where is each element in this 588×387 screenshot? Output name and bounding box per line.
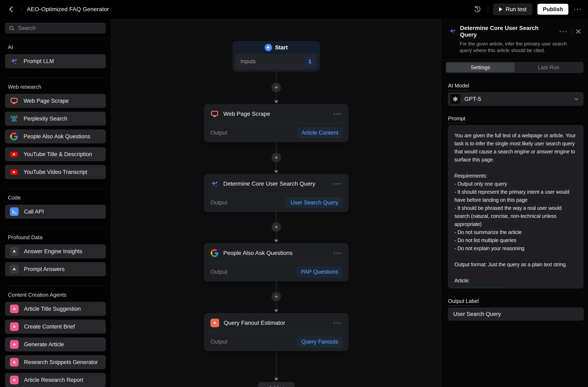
panel-divider [441, 60, 588, 60]
run-test-label: Run test [506, 6, 526, 13]
sidebar-item-youtube-transcript[interactable]: YouTube Video Transcript [5, 165, 106, 179]
sidebar-item-label: Article Research Report [24, 377, 83, 383]
node-menu-button[interactable]: ··· [334, 110, 342, 118]
node-query-fanout-estimator[interactable]: Query Fanout Estimator ··· Output Query … [204, 313, 348, 351]
sidebar-item-perplexity-search[interactable]: Perplexity Search [5, 112, 106, 126]
panel-tabs: Settings Last Run [445, 62, 584, 73]
tab-settings[interactable]: Settings [446, 63, 515, 72]
panel-title: Determine Core User Search Query [460, 25, 556, 38]
search-input[interactable] [5, 23, 106, 34]
node-menu-button[interactable]: ··· [334, 319, 342, 327]
history-icon [474, 6, 481, 13]
workflow-title: AEO-Optimized FAQ Generator [27, 6, 109, 13]
sidebar-divider [5, 78, 106, 78]
profound-orange-icon [210, 319, 219, 327]
profound-pink-icon [10, 322, 19, 331]
ai-model-label: AI Model [448, 82, 469, 89]
output-badge[interactable]: Query Fanouts [297, 336, 343, 347]
sidebar-divider [5, 286, 106, 286]
sparkles-icon [210, 180, 219, 188]
workflow-canvas[interactable]: Start Inputs 1 + Web Page Scrape · [111, 19, 441, 387]
sidebar-item-prompt-llm[interactable]: Prompt LLM [5, 54, 106, 68]
profound-pink-icon [10, 340, 19, 349]
prompt-textarea[interactable]: You are given the full text of a webpage… [448, 125, 584, 288]
edge-query-to-paa: + [272, 211, 281, 243]
inputs-label: Inputs [240, 58, 305, 65]
sidebar-item-research-snippets-generator[interactable]: Research Snippets Generator [5, 355, 106, 369]
profound-pink-icon [10, 376, 19, 384]
edge-scrape-to-query: + [272, 142, 281, 173]
plus-icon: + [263, 385, 266, 387]
sparkles-icon [10, 57, 18, 65]
sidebar-divider [5, 188, 106, 189]
profound-pink-icon [10, 358, 19, 367]
search-icon [9, 25, 15, 31]
sidebar-item-web-page-scrape[interactable]: Web Page Scrape [5, 94, 106, 108]
prompt-label: Prompt [448, 115, 465, 122]
publish-label: Publish [543, 6, 563, 13]
start-node[interactable]: Start Inputs 1 [233, 41, 320, 71]
add-node-button[interactable]: + [272, 83, 281, 92]
add-node-button[interactable]: + [272, 222, 281, 232]
output-label: Output [210, 339, 297, 345]
panel-more-button[interactable]: ··· [559, 28, 568, 35]
history-button[interactable] [472, 4, 483, 15]
sidebar-item-people-also-ask[interactable]: People Also Ask Questions [5, 129, 106, 143]
sidebar-item-answer-engine-insights[interactable]: Answer Engine Insights [5, 244, 106, 258]
sidebar-item-generate-article[interactable]: Generate Article [5, 337, 106, 351]
start-inputs-row[interactable]: Inputs 1 [235, 54, 318, 69]
run-test-button[interactable]: Run test [493, 3, 532, 15]
section-label-profound-data: Profound Data [8, 234, 106, 241]
node-menu-button[interactable]: ··· [334, 249, 342, 257]
add-node-button[interactable]: + [272, 153, 281, 162]
sidebar-item-create-content-brief[interactable]: Create Content Brief [5, 320, 106, 334]
google-icon [210, 249, 219, 257]
node-web-page-scrape[interactable]: Web Page Scrape ··· Output Article Conte… [204, 104, 348, 142]
profound-dark-icon [10, 247, 19, 256]
topbar-divider [21, 6, 22, 12]
node-title: Query Fanout Estimator [224, 320, 329, 326]
add-step-button[interactable]: + Add step [258, 382, 295, 387]
node-determine-core-user-search-query[interactable]: Determine Core User Search Query ··· Out… [204, 174, 348, 212]
section-label-content-creation-agents: Content Creation Agents [8, 292, 106, 298]
chevron-left-icon [8, 6, 14, 13]
article-content-chip[interactable]: T Article Content [454, 287, 503, 288]
section-label-code: Code [8, 195, 106, 201]
output-badge[interactable]: User Search Query [286, 197, 343, 208]
node-people-also-ask-questions[interactable]: People Also Ask Questions ··· Output PAP… [204, 243, 348, 281]
output-label: Output [210, 269, 296, 275]
sidebar-item-label: People Also Ask Questions [23, 133, 90, 140]
publish-button[interactable]: Publish [537, 3, 569, 15]
workflow-builder-app: AEO-Optimized FAQ Generator Run test Pub… [0, 0, 588, 387]
output-badge[interactable]: PAP Questions [296, 266, 343, 278]
sidebar-item-youtube-title[interactable]: YouTube Title & Description [5, 147, 106, 161]
sidebar-item-label: Perplexity Search [23, 116, 67, 122]
topbar-more-button[interactable]: ··· [574, 6, 582, 13]
sidebar-item-label: Article Title Suggestion [24, 306, 81, 312]
output-label-label: Output Label [448, 298, 479, 304]
inputs-count-badge: 1 [305, 57, 315, 67]
edge-start-to-scrape: + [272, 71, 281, 103]
sidebar-item-label: Web Page Scrape [23, 98, 69, 104]
sidebar-item-call-api[interactable]: Call API [5, 205, 106, 219]
sidebar-item-label: YouTube Title & Description [23, 151, 92, 158]
output-label-input[interactable] [448, 308, 584, 320]
arrow-down-icon [274, 240, 278, 243]
ai-model-value: GPT-5 [464, 96, 570, 102]
node-menu-button[interactable]: ··· [334, 180, 342, 188]
lightning-icon [265, 44, 272, 51]
sparkles-icon [449, 28, 456, 35]
section-label-web-research: Web research [8, 84, 106, 90]
output-badge[interactable]: Article Content [297, 127, 343, 139]
ai-model-select[interactable]: ✻ GPT-5 [448, 92, 584, 106]
panel-description: For the given article, infer the primary… [460, 41, 579, 54]
add-node-button[interactable]: + [272, 292, 281, 301]
node-title: Web Page Scrape [223, 111, 329, 117]
back-button[interactable] [6, 4, 17, 15]
sidebar-item-article-research-report[interactable]: Article Research Report [5, 373, 106, 387]
sidebar-item-article-title-suggestion[interactable]: Article Title Suggestion [5, 302, 106, 316]
sidebar-item-prompt-answers[interactable]: Prompt Answers [5, 262, 106, 276]
close-icon[interactable] [576, 29, 581, 34]
tab-last-run[interactable]: Last Run [515, 63, 583, 72]
sidebar-item-label: YouTube Video Transcript [23, 169, 87, 175]
